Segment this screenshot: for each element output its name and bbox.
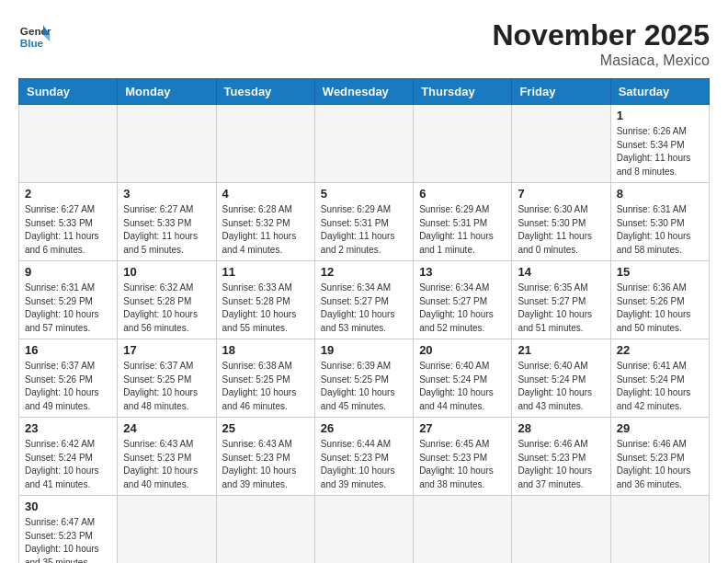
calendar-cell: 25Sunrise: 6:43 AM Sunset: 5:23 PM Dayli… [216, 418, 314, 496]
calendar-cell: 27Sunrise: 6:45 AM Sunset: 5:23 PM Dayli… [414, 418, 512, 496]
day-number: 20 [419, 343, 506, 357]
week-row-5: 30Sunrise: 6:47 AM Sunset: 5:23 PM Dayli… [19, 496, 710, 564]
calendar-cell [19, 105, 118, 183]
day-header-tuesday: Tuesday [216, 79, 314, 105]
calendar-cell: 19Sunrise: 6:39 AM Sunset: 5:25 PM Dayli… [314, 339, 413, 418]
week-row-0: 1Sunrise: 6:26 AM Sunset: 5:34 PM Daylig… [19, 105, 710, 183]
calendar-cell [118, 496, 216, 564]
calendar-cell: 11Sunrise: 6:33 AM Sunset: 5:28 PM Dayli… [216, 261, 314, 339]
day-info: Sunrise: 6:36 AM Sunset: 5:26 PM Dayligh… [617, 282, 703, 335]
day-number: 21 [518, 343, 604, 357]
week-row-4: 23Sunrise: 6:42 AM Sunset: 5:24 PM Dayli… [19, 418, 710, 496]
day-number: 3 [123, 187, 210, 201]
calendar-cell: 5Sunrise: 6:29 AM Sunset: 5:31 PM Daylig… [314, 183, 413, 261]
day-info: Sunrise: 6:44 AM Sunset: 5:23 PM Dayligh… [321, 438, 407, 491]
day-header-thursday: Thursday [414, 79, 512, 105]
day-info: Sunrise: 6:43 AM Sunset: 5:23 PM Dayligh… [222, 438, 309, 491]
day-number: 12 [321, 265, 407, 279]
day-number: 24 [123, 421, 210, 435]
day-info: Sunrise: 6:30 AM Sunset: 5:30 PM Dayligh… [518, 203, 604, 257]
calendar-cell [512, 105, 610, 183]
day-number: 4 [222, 187, 309, 201]
day-info: Sunrise: 6:47 AM Sunset: 5:23 PM Dayligh… [25, 516, 111, 563]
calendar-table: SundayMondayTuesdayWednesdayThursdayFrid… [18, 78, 710, 563]
day-info: Sunrise: 6:35 AM Sunset: 5:27 PM Dayligh… [518, 282, 604, 335]
day-info: Sunrise: 6:32 AM Sunset: 5:28 PM Dayligh… [123, 282, 210, 335]
calendar-cell: 23Sunrise: 6:42 AM Sunset: 5:24 PM Dayli… [19, 418, 118, 496]
day-number: 6 [419, 187, 506, 201]
calendar-cell [216, 105, 314, 183]
calendar-cell [512, 496, 610, 564]
day-number: 29 [617, 421, 703, 435]
day-header-sunday: Sunday [19, 79, 118, 105]
day-number: 14 [518, 265, 604, 279]
calendar-cell: 15Sunrise: 6:36 AM Sunset: 5:26 PM Dayli… [610, 261, 709, 339]
calendar-cell [118, 105, 216, 183]
day-info: Sunrise: 6:37 AM Sunset: 5:25 PM Dayligh… [123, 360, 210, 413]
day-info: Sunrise: 6:28 AM Sunset: 5:32 PM Dayligh… [222, 203, 309, 257]
day-number: 28 [518, 421, 604, 435]
day-info: Sunrise: 6:33 AM Sunset: 5:28 PM Dayligh… [222, 282, 309, 335]
calendar-cell: 4Sunrise: 6:28 AM Sunset: 5:32 PM Daylig… [216, 183, 314, 261]
calendar-cell [314, 105, 413, 183]
day-number: 2 [25, 187, 111, 201]
day-number: 26 [321, 421, 407, 435]
day-info: Sunrise: 6:27 AM Sunset: 5:33 PM Dayligh… [25, 203, 111, 257]
svg-marker-3 [43, 35, 50, 41]
day-number: 30 [25, 500, 111, 513]
page-header: General Blue November 2025 Masiaca, Mexi… [18, 18, 710, 69]
day-number: 8 [617, 187, 703, 201]
calendar-cell: 7Sunrise: 6:30 AM Sunset: 5:30 PM Daylig… [512, 183, 610, 261]
day-number: 7 [518, 187, 604, 201]
day-info: Sunrise: 6:41 AM Sunset: 5:24 PM Dayligh… [617, 360, 703, 413]
calendar-cell: 28Sunrise: 6:46 AM Sunset: 5:23 PM Dayli… [512, 418, 610, 496]
calendar-cell [610, 496, 709, 564]
calendar-cell [314, 496, 413, 564]
day-info: Sunrise: 6:27 AM Sunset: 5:33 PM Dayligh… [123, 203, 210, 257]
calendar-cell: 18Sunrise: 6:38 AM Sunset: 5:25 PM Dayli… [216, 339, 314, 418]
week-row-3: 16Sunrise: 6:37 AM Sunset: 5:26 PM Dayli… [19, 339, 710, 418]
calendar-cell [414, 496, 512, 564]
day-info: Sunrise: 6:31 AM Sunset: 5:29 PM Dayligh… [25, 282, 111, 335]
calendar-cell: 14Sunrise: 6:35 AM Sunset: 5:27 PM Dayli… [512, 261, 610, 339]
day-number: 17 [123, 343, 210, 357]
calendar-cell [414, 105, 512, 183]
calendar-cell: 26Sunrise: 6:44 AM Sunset: 5:23 PM Dayli… [314, 418, 413, 496]
day-header-monday: Monday [118, 79, 216, 105]
calendar-cell: 8Sunrise: 6:31 AM Sunset: 5:30 PM Daylig… [610, 183, 709, 261]
calendar-cell: 21Sunrise: 6:40 AM Sunset: 5:24 PM Dayli… [512, 339, 610, 418]
day-header-saturday: Saturday [610, 79, 709, 105]
day-info: Sunrise: 6:34 AM Sunset: 5:27 PM Dayligh… [419, 282, 506, 335]
day-info: Sunrise: 6:31 AM Sunset: 5:30 PM Dayligh… [617, 203, 703, 257]
day-number: 16 [25, 343, 111, 357]
day-header-friday: Friday [512, 79, 610, 105]
calendar-cell: 30Sunrise: 6:47 AM Sunset: 5:23 PM Dayli… [19, 496, 118, 564]
svg-text:Blue: Blue [20, 37, 44, 49]
day-number: 19 [321, 343, 407, 357]
day-info: Sunrise: 6:45 AM Sunset: 5:23 PM Dayligh… [419, 438, 506, 491]
day-number: 5 [321, 187, 407, 201]
location: Masiaca, Mexico [492, 52, 710, 69]
day-info: Sunrise: 6:46 AM Sunset: 5:23 PM Dayligh… [617, 438, 703, 491]
day-info: Sunrise: 6:37 AM Sunset: 5:26 PM Dayligh… [25, 360, 111, 413]
calendar-cell [216, 496, 314, 564]
day-info: Sunrise: 6:40 AM Sunset: 5:24 PM Dayligh… [518, 360, 604, 413]
day-info: Sunrise: 6:39 AM Sunset: 5:25 PM Dayligh… [321, 360, 407, 413]
month-title: November 2025 [492, 18, 710, 52]
day-number: 23 [25, 421, 111, 435]
day-info: Sunrise: 6:29 AM Sunset: 5:31 PM Dayligh… [321, 203, 407, 257]
calendar-cell: 29Sunrise: 6:46 AM Sunset: 5:23 PM Dayli… [610, 418, 709, 496]
week-row-1: 2Sunrise: 6:27 AM Sunset: 5:33 PM Daylig… [19, 183, 710, 261]
calendar-cell: 9Sunrise: 6:31 AM Sunset: 5:29 PM Daylig… [19, 261, 118, 339]
week-row-2: 9Sunrise: 6:31 AM Sunset: 5:29 PM Daylig… [19, 261, 710, 339]
day-number: 13 [419, 265, 506, 279]
day-info: Sunrise: 6:29 AM Sunset: 5:31 PM Dayligh… [419, 203, 506, 257]
day-number: 18 [222, 343, 309, 357]
days-header-row: SundayMondayTuesdayWednesdayThursdayFrid… [19, 79, 710, 105]
calendar-cell: 6Sunrise: 6:29 AM Sunset: 5:31 PM Daylig… [414, 183, 512, 261]
day-info: Sunrise: 6:40 AM Sunset: 5:24 PM Dayligh… [419, 360, 506, 413]
day-number: 25 [222, 421, 309, 435]
calendar-cell: 3Sunrise: 6:27 AM Sunset: 5:33 PM Daylig… [118, 183, 216, 261]
day-number: 27 [419, 421, 506, 435]
day-number: 22 [617, 343, 703, 357]
